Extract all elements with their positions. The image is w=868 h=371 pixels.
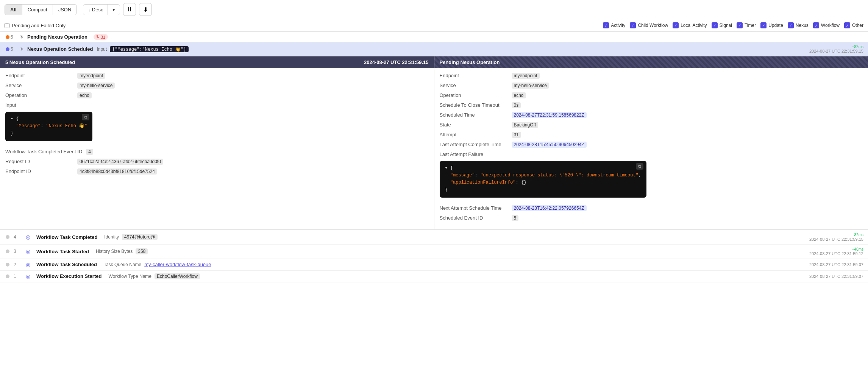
- bottom-row-1[interactable]: 1 ◎ Workflow Execution Started Workflow …: [0, 271, 868, 282]
- toolbar: All Compact JSON ↓ Desc ▾ ⏸ ⬇: [0, 0, 868, 19]
- chip-workflow[interactable]: ✓ Workflow: [813, 22, 840, 28]
- time-value: 2024-08-27 UTC 22:31:59.15: [809, 237, 863, 242]
- chip-check-child-workflow: ✓: [630, 22, 636, 28]
- timeline-dot-blue: [6, 47, 9, 51]
- row-num: 1: [14, 274, 23, 279]
- timeline-dot: [6, 274, 9, 278]
- download-icon: ⬇: [143, 6, 148, 13]
- meta-link[interactable]: my-caller-workflow-task-queue: [144, 262, 211, 267]
- bottom-row-4[interactable]: 4 ◎ Workflow Task Completed Identity 497…: [0, 230, 868, 245]
- workflow-task-val: 4: [86, 149, 93, 155]
- failure-code-block: ⧉ ▾ { "message": "unexpected response st…: [440, 161, 647, 198]
- time-value: 2024-08-27 UTC 22:31:59.12: [809, 251, 863, 256]
- copy-failure-button[interactable]: ⧉: [636, 163, 643, 170]
- row-num: 4: [14, 234, 23, 240]
- operation-key: Operation: [5, 92, 73, 98]
- service-val: my-hello-service: [77, 83, 115, 89]
- r-operation-row: Operation echo: [440, 92, 863, 98]
- chip-child-workflow[interactable]: ✓ Child Workflow: [630, 22, 668, 28]
- chip-check-update: ✓: [760, 22, 767, 28]
- detail-right-panel: Pending Nexus Operation Endpoint myendpo…: [434, 56, 868, 229]
- row-time: 2024-08-27 UTC 22:31:59.07: [809, 274, 863, 279]
- sort-button[interactable]: ↓ Desc: [83, 5, 108, 15]
- timeline-dot: [6, 249, 9, 253]
- nexus-scheduled-meta: Input {"Message":"Nexus Echo 👋"}: [97, 46, 809, 52]
- timeline-col: [5, 274, 11, 278]
- endpoint-row: Endpoint myendpoint: [5, 73, 429, 79]
- compact-view-button[interactable]: Compact: [22, 5, 53, 15]
- r-service-row: Service my-hello-service: [440, 83, 863, 89]
- r-next-attempt-key: Next Attempt Schedule Time: [440, 205, 508, 211]
- row-meta: Identity 4974@totoro@: [104, 234, 806, 240]
- time-value: 2024-08-27 UTC 22:31:59.07: [809, 262, 863, 267]
- operation-row: Operation echo: [5, 92, 429, 98]
- clock-icon: ◎: [26, 262, 33, 268]
- download-button[interactable]: ⬇: [139, 3, 152, 16]
- timeline-5-pending: [5, 35, 11, 39]
- meta-tag: EchoCallerWorkflow: [155, 273, 200, 279]
- chip-local-activity[interactable]: ✓ Local Activity: [673, 22, 707, 28]
- r-schedule-timeout-val: 0s: [512, 102, 521, 108]
- chip-label-timer: Timer: [745, 23, 756, 28]
- clock-icon: ◎: [26, 234, 33, 240]
- request-id-key: Request ID: [5, 159, 73, 164]
- bottom-row-2[interactable]: 2 ◎ Workflow Task Scheduled Task Queue N…: [0, 259, 868, 271]
- chip-update[interactable]: ✓ Update: [760, 22, 783, 28]
- endpoint-id-key: Endpoint ID: [5, 168, 73, 174]
- row-meta: History Size Bytes 358: [96, 248, 806, 254]
- service-key: Service: [5, 83, 73, 88]
- r-attempt-row: Attempt 31: [440, 132, 863, 138]
- timeline-col: [5, 263, 11, 267]
- time-value: 2024-08-27 UTC 22:31:59.15: [809, 49, 863, 53]
- input-value: {"Message":"Nexus Echo 👋"}: [110, 46, 189, 52]
- meta-tag: 4974@totoro@: [122, 234, 158, 240]
- chip-signal[interactable]: ✓ Signal: [712, 22, 732, 28]
- row-time: 2024-08-27 UTC 22:31:59.07: [809, 262, 863, 267]
- workflow-task-row: Workflow Task Completed Event ID 4: [5, 149, 429, 155]
- event-row-5-scheduled[interactable]: 5 ✳ Nexus Operation Scheduled Input {"Me…: [0, 42, 868, 56]
- chip-label-nexus: Nexus: [796, 23, 809, 28]
- chip-label-local-activity: Local Activity: [681, 23, 707, 28]
- input-code-block: ⧉ ▾ { "Message": "Nexus Echo 👋" }: [5, 112, 92, 141]
- endpoint-val: myendpoint: [77, 73, 105, 79]
- pause-button[interactable]: ⏸: [123, 3, 136, 16]
- request-id-row: Request ID 0671ca2a-f4e2-4367-afd2-66fec…: [5, 159, 429, 165]
- clock-icon: ◎: [26, 273, 33, 279]
- chip-timer[interactable]: ✓ Timer: [737, 22, 756, 28]
- r-failure-row: Last Attempt Failure ⧉ ▾ { "message": "u…: [440, 151, 863, 201]
- event-list: 5 ✳ Pending Nexus Operation ↻ 31 5 ✳ Nex…: [0, 32, 868, 56]
- chip-check-local-activity: ✓: [673, 22, 679, 28]
- event-row-5-pending[interactable]: 5 ✳ Pending Nexus Operation ↻ 31: [0, 32, 868, 42]
- chip-check-other: ✓: [844, 22, 850, 28]
- bottom-row-3[interactable]: 3 ◎ Workflow Task Started History Size B…: [0, 245, 868, 259]
- chip-check-activity: ✓: [603, 22, 609, 28]
- meta-label: Workflow Type Name: [108, 274, 151, 279]
- r-scheduled-time-val: 2024-08-27T22:31:59.158569822Z: [512, 112, 587, 118]
- meta-tag: 358: [136, 248, 148, 254]
- pending-nexus-title: Pending Nexus Operation: [27, 34, 87, 40]
- detail-right-header: Pending Nexus Operation: [434, 56, 868, 68]
- sort-dropdown-button[interactable]: ▾: [108, 5, 120, 15]
- copy-input-button[interactable]: ⧉: [82, 114, 89, 120]
- pending-checkbox[interactable]: [5, 23, 9, 28]
- r-next-attempt-val: 2024-08-28T16:42:22.057926654Z: [512, 205, 587, 211]
- row-time: +46ms 2024-08-27 UTC 22:31:59.12: [809, 247, 863, 256]
- pending-filter: Pending and Failed Only: [5, 23, 66, 28]
- chip-check-timer: ✓: [737, 22, 743, 28]
- all-view-button[interactable]: All: [5, 5, 22, 15]
- sort-group: ↓ Desc ▾: [83, 4, 120, 15]
- asterisk-icon-2: ✳: [20, 46, 27, 52]
- detail-panel: 5 Nexus Operation Scheduled 2024-08-27 U…: [0, 56, 868, 229]
- timeline-col: [5, 249, 11, 253]
- r-service-val: my-hello-service: [512, 83, 549, 89]
- chip-other[interactable]: ✓ Other: [844, 22, 863, 28]
- filter-chips: ✓ Activity ✓ Child Workflow ✓ Local Acti…: [603, 22, 863, 28]
- r-endpoint-val: myendpoint: [512, 73, 540, 79]
- chip-nexus[interactable]: ✓ Nexus: [788, 22, 809, 28]
- json-view-button[interactable]: JSON: [53, 5, 77, 15]
- asterisk-icon: ✳: [20, 34, 27, 40]
- chip-activity[interactable]: ✓ Activity: [603, 22, 625, 28]
- filter-bar: Pending and Failed Only ✓ Activity ✓ Chi…: [0, 19, 868, 32]
- meta-label: History Size Bytes: [96, 249, 133, 254]
- timeline-dot: [6, 263, 9, 267]
